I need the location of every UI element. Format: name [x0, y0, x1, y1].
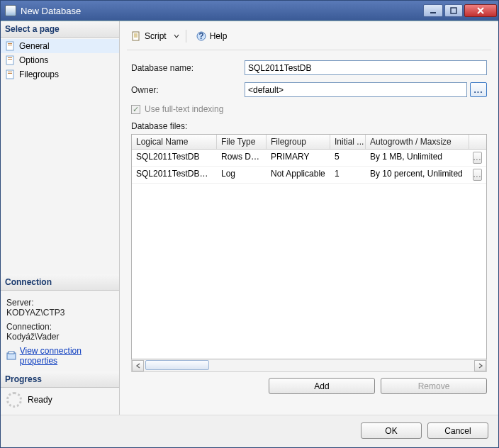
scroll-thumb[interactable]	[145, 360, 209, 370]
svg-rect-10	[8, 73, 12, 74]
svg-rect-0	[430, 12, 436, 13]
select-page-header: Select a page	[1, 21, 119, 38]
progress-header: Progress	[1, 371, 119, 388]
fulltext-row: ✓ Use full-text indexing	[131, 104, 487, 114]
server-value: KODYAZ\CTP3	[6, 308, 113, 318]
sidebar-item-general[interactable]: General	[1, 39, 119, 53]
autogrowth-edit-button[interactable]: ...	[473, 152, 482, 164]
toolbar-separator	[186, 30, 186, 43]
dialog-footer: OK Cancel	[1, 415, 498, 447]
cell-autogrowth: By 10 percent, Unlimited	[366, 167, 469, 183]
sidebar-item-label: Filegroups	[19, 69, 59, 79]
autogrowth-edit-button[interactable]: ...	[473, 169, 482, 181]
scroll-right-icon[interactable]	[474, 360, 486, 371]
fulltext-checkbox: ✓	[131, 105, 140, 114]
owner-browse-button[interactable]: ...	[470, 82, 487, 97]
page-icon	[5, 55, 16, 66]
col-filegroup[interactable]: Filegroup	[267, 135, 330, 149]
sidebar-item-options[interactable]: Options	[1, 53, 119, 67]
cancel-button[interactable]: Cancel	[427, 422, 488, 439]
cell-file-type: Rows Data	[217, 150, 267, 166]
app-icon	[5, 5, 16, 16]
maximize-button[interactable]	[444, 4, 463, 17]
table-row[interactable]: SQL2011TestDB Rows Data PRIMARY 5 By 1 M…	[132, 150, 486, 167]
svg-rect-9	[8, 72, 12, 72]
connection-block: Server: KODYAZ\CTP3 Connection: Kodyáž\V…	[1, 291, 119, 371]
owner-label: Owner:	[131, 85, 245, 95]
window-title: New Database	[21, 6, 422, 16]
help-icon: ?	[196, 30, 207, 42]
col-autogrowth[interactable]: Autogrowth / Maxsize	[366, 135, 469, 149]
cell-file-type: Log	[217, 167, 267, 183]
progress-row: Ready	[1, 388, 119, 415]
script-button[interactable]: Script	[127, 28, 170, 44]
page-list: General Options Filegroups	[1, 38, 119, 83]
help-button[interactable]: ? Help	[192, 28, 231, 44]
svg-rect-2	[6, 42, 13, 50]
progress-value: Ready	[28, 395, 52, 405]
scroll-track[interactable]	[144, 360, 474, 371]
cell-initial: 1	[330, 167, 366, 183]
page-icon	[5, 40, 16, 52]
sidebar-item-filegroups[interactable]: Filegroups	[1, 67, 119, 82]
sidebar-item-label: Options	[19, 55, 48, 65]
remove-button[interactable]: Remove	[381, 378, 487, 394]
svg-rect-3	[8, 43, 12, 44]
cell-autogrowth: By 1 MB, Unlimited	[366, 150, 469, 166]
script-label: Script	[145, 31, 167, 41]
grid-header: Logical Name File Type Filegroup Initial…	[132, 135, 486, 150]
help-label: Help	[210, 31, 228, 41]
progress-spinner-icon	[6, 392, 22, 408]
svg-rect-1	[451, 8, 456, 13]
form-area: Database name: Owner: ... ✓ Use full-tex…	[127, 50, 491, 400]
minimize-button[interactable]	[423, 4, 443, 17]
view-connection-properties-link[interactable]: View connection properties	[20, 346, 113, 366]
toolbar: Script ? Help	[127, 26, 491, 50]
dbfiles-label: Database files:	[131, 121, 487, 131]
connection-value: Kodyáž\Vader	[6, 332, 113, 342]
sidebar: Select a page General Options Filegroups…	[1, 21, 120, 415]
grid-button-row: Add Remove	[131, 372, 487, 397]
svg-rect-7	[8, 59, 12, 60]
svg-rect-6	[8, 57, 12, 58]
titlebar[interactable]: New Database	[1, 1, 498, 21]
col-initial[interactable]: Initial ...	[330, 135, 366, 149]
svg-rect-8	[6, 70, 13, 79]
col-file-type[interactable]: File Type	[217, 135, 267, 149]
main: Script ? Help Database name: Owner: ...	[120, 21, 498, 415]
connection-label: Connection:	[6, 322, 113, 332]
script-icon	[130, 30, 142, 42]
add-button[interactable]: Add	[269, 378, 375, 394]
properties-icon	[6, 350, 17, 362]
cell-logical-name: SQL2011TestDB	[132, 150, 217, 166]
col-logical-name[interactable]: Logical Name	[132, 135, 217, 149]
grid-hscrollbar[interactable]	[131, 359, 487, 372]
svg-rect-5	[6, 56, 13, 65]
body: Select a page General Options Filegroups…	[1, 21, 498, 415]
grid-body: SQL2011TestDB Rows Data PRIMARY 5 By 1 M…	[132, 150, 486, 359]
fulltext-label: Use full-text indexing	[145, 104, 223, 114]
close-button[interactable]	[464, 4, 497, 17]
window: New Database Select a page General Optio…	[0, 0, 499, 448]
table-row[interactable]: SQL2011TestDB_log Log Not Applicable 1 B…	[132, 167, 486, 184]
svg-rect-12	[9, 352, 14, 354]
dbname-label: Database name:	[131, 63, 245, 73]
cell-filegroup: Not Applicable	[267, 167, 330, 183]
sidebar-item-label: General	[19, 41, 50, 51]
cell-filegroup: PRIMARY	[267, 150, 330, 166]
dbfiles-grid[interactable]: Logical Name File Type Filegroup Initial…	[131, 134, 487, 359]
connection-header: Connection	[1, 274, 119, 291]
scroll-left-icon[interactable]	[132, 360, 144, 371]
cell-logical-name: SQL2011TestDB_log	[132, 167, 217, 183]
svg-text:?: ?	[198, 31, 203, 41]
script-dropdown[interactable]	[173, 33, 180, 39]
cell-initial: 5	[330, 150, 366, 166]
dbname-input[interactable]	[245, 60, 487, 75]
server-label: Server:	[6, 298, 113, 308]
svg-rect-13	[133, 32, 139, 40]
owner-input[interactable]	[245, 82, 467, 97]
svg-rect-4	[8, 45, 12, 45]
ok-button[interactable]: OK	[361, 422, 422, 439]
page-icon	[5, 69, 16, 80]
